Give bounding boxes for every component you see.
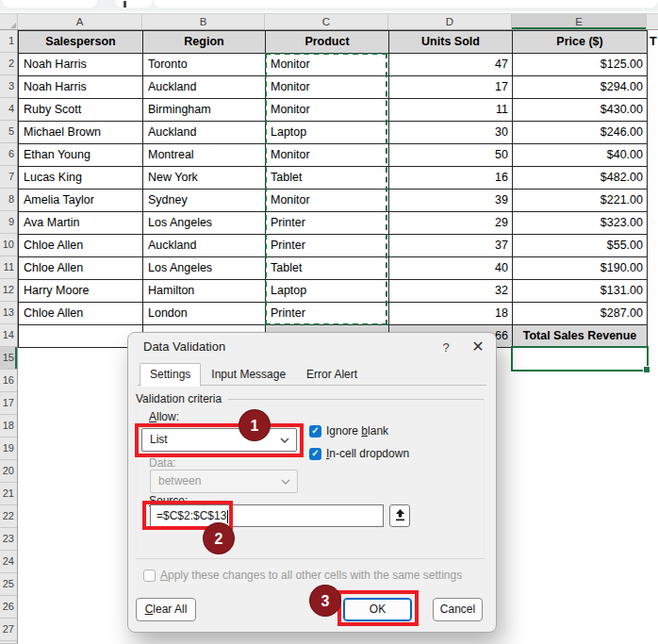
cell-E11[interactable]: $190.00 bbox=[513, 257, 648, 280]
cell-B6[interactable]: Montreal bbox=[143, 144, 266, 167]
cell-C10[interactable]: Printer bbox=[266, 235, 389, 257]
cell-A4[interactable]: Ruby Scott bbox=[19, 99, 143, 122]
row-header-26[interactable]: 26 bbox=[0, 596, 17, 619]
allow-combobox[interactable]: List bbox=[141, 428, 297, 452]
cell-D7[interactable]: 16 bbox=[389, 167, 513, 190]
cell-D8[interactable]: 39 bbox=[389, 190, 513, 212]
cell-E13[interactable]: $287.00 bbox=[513, 303, 648, 325]
cell-C8[interactable]: Monitor bbox=[266, 190, 389, 212]
cell-C2[interactable]: Monitor bbox=[266, 54, 389, 76]
cell-B7[interactable]: New York bbox=[143, 167, 266, 190]
cell-C12[interactable]: Laptop bbox=[266, 280, 389, 303]
cell-B5[interactable]: Auckland bbox=[143, 122, 266, 144]
cell-D5[interactable]: 30 bbox=[389, 122, 513, 144]
cell-D1[interactable]: Units Sold bbox=[389, 31, 513, 54]
cell-C3[interactable]: Monitor bbox=[266, 76, 389, 99]
cell-D11[interactable]: 40 bbox=[389, 257, 513, 280]
fx-button[interactable] bbox=[115, 0, 153, 8]
row-header-20[interactable]: 20 bbox=[0, 460, 17, 483]
cell-A3[interactable]: Noah Harris bbox=[19, 76, 143, 99]
tab-error-alert[interactable]: Error Alert bbox=[296, 363, 368, 386]
cancel-button[interactable]: Cancel bbox=[433, 598, 483, 621]
column-header-C[interactable]: C bbox=[265, 14, 388, 29]
row-header-4[interactable]: 4 bbox=[0, 98, 17, 121]
row-header-5[interactable]: 5 bbox=[0, 121, 17, 143]
cell-D9[interactable]: 29 bbox=[389, 212, 513, 235]
row-header-1[interactable]: 1 bbox=[0, 30, 17, 53]
cell-E9[interactable]: $323.00 bbox=[513, 212, 648, 235]
cell-B12[interactable]: Hamilton bbox=[143, 280, 266, 303]
cell-E1[interactable]: Price ($) bbox=[513, 31, 648, 54]
row-header-13[interactable]: 13 bbox=[0, 302, 17, 324]
row-header-8[interactable]: 8 bbox=[0, 189, 17, 211]
row-header-2[interactable]: 2 bbox=[0, 53, 17, 75]
row-header-18[interactable]: 18 bbox=[0, 415, 17, 438]
row-header-22[interactable]: 22 bbox=[0, 505, 17, 528]
close-icon[interactable]: ✕ bbox=[468, 338, 488, 355]
row-header-6[interactable]: 6 bbox=[0, 143, 17, 166]
cell-B1[interactable]: Region bbox=[143, 31, 266, 54]
cell-E7[interactable]: $482.00 bbox=[513, 167, 648, 190]
cell-A5[interactable]: Michael Brown bbox=[19, 122, 143, 144]
cell-B3[interactable]: Auckland bbox=[143, 76, 266, 99]
row-header-21[interactable]: 21 bbox=[0, 483, 17, 505]
cell-C5[interactable]: Laptop bbox=[266, 122, 389, 144]
cell-A14[interactable] bbox=[19, 325, 143, 348]
cell-C4[interactable]: Monitor bbox=[266, 99, 389, 122]
row-header-23[interactable]: 23 bbox=[0, 528, 17, 551]
cell-D6[interactable]: 50 bbox=[389, 144, 513, 167]
cell-C6[interactable]: Monitor bbox=[266, 144, 389, 167]
cell-E8[interactable]: $221.00 bbox=[513, 190, 648, 212]
cell-E2[interactable]: $125.00 bbox=[513, 54, 648, 76]
tab-input-message[interactable]: Input Message bbox=[201, 363, 296, 386]
cell-D2[interactable]: 47 bbox=[389, 54, 513, 76]
cell-B4[interactable]: Birmingham bbox=[143, 99, 266, 122]
cell-E3[interactable]: $294.00 bbox=[513, 76, 648, 99]
source-input[interactable]: =$C$2:$C$13 bbox=[150, 504, 384, 527]
ignore-blank-checkbox[interactable]: ✓ bbox=[309, 425, 321, 438]
cell-D3[interactable]: 17 bbox=[389, 76, 513, 99]
cell-D13[interactable]: 18 bbox=[389, 303, 513, 325]
cell-E10[interactable]: $55.00 bbox=[513, 235, 648, 257]
column-header-E[interactable]: E bbox=[512, 14, 647, 29]
cell-B10[interactable]: Auckland bbox=[143, 235, 266, 257]
tab-settings[interactable]: Settings bbox=[140, 363, 201, 387]
cell-B13[interactable]: London bbox=[143, 303, 266, 325]
row-header-16[interactable]: 16 bbox=[0, 370, 17, 392]
row-header-27[interactable]: 27 bbox=[0, 619, 17, 641]
help-icon[interactable]: ? bbox=[437, 340, 454, 355]
ok-button[interactable]: OK bbox=[343, 598, 412, 621]
column-header-D[interactable]: D bbox=[388, 14, 512, 29]
cell-E6[interactable]: $40.00 bbox=[513, 144, 648, 167]
cell-E12[interactable]: $131.00 bbox=[513, 280, 648, 303]
cell-C9[interactable]: Printer bbox=[266, 212, 389, 235]
cell-D10[interactable]: 37 bbox=[389, 235, 513, 257]
cell-B2[interactable]: Toronto bbox=[143, 54, 266, 76]
cell-C13[interactable]: Printer bbox=[266, 303, 389, 325]
row-header-10[interactable]: 10 bbox=[0, 234, 17, 256]
formula-bar[interactable] bbox=[154, 0, 658, 8]
clear-all-button[interactable]: Clear All bbox=[136, 598, 196, 621]
row-header-14[interactable]: 14 bbox=[0, 324, 17, 347]
cell-A11[interactable]: Chloe Allen bbox=[19, 257, 143, 280]
cell-D4[interactable]: 11 bbox=[389, 99, 513, 122]
column-header-A[interactable]: A bbox=[18, 14, 142, 29]
cell-C1[interactable]: Product bbox=[266, 31, 389, 54]
cell-A8[interactable]: Amelia Taylor bbox=[19, 190, 143, 212]
cell-A12[interactable]: Harry Moore bbox=[19, 280, 143, 303]
cell-B8[interactable]: Sydney bbox=[143, 190, 266, 212]
cell-B11[interactable]: Los Angeles bbox=[143, 257, 266, 280]
column-header-B[interactable]: B bbox=[142, 14, 265, 29]
row-header-12[interactable]: 12 bbox=[0, 279, 17, 302]
name-box[interactable] bbox=[2, 0, 97, 8]
column-header-partial[interactable] bbox=[647, 14, 658, 29]
row-header-25[interactable]: 25 bbox=[0, 573, 17, 596]
cell-A9[interactable]: Ava Martin bbox=[19, 212, 143, 235]
cell-C11[interactable]: Tablet bbox=[266, 257, 389, 280]
cell-A10[interactable]: Chloe Allen bbox=[19, 235, 143, 257]
cell-B9[interactable]: Los Angeles bbox=[143, 212, 266, 235]
row-header-11[interactable]: 11 bbox=[0, 256, 17, 279]
row-header-17[interactable]: 17 bbox=[0, 392, 17, 415]
row-header-19[interactable]: 19 bbox=[0, 438, 17, 460]
cell-A13[interactable]: Chloe Allen bbox=[19, 303, 143, 325]
